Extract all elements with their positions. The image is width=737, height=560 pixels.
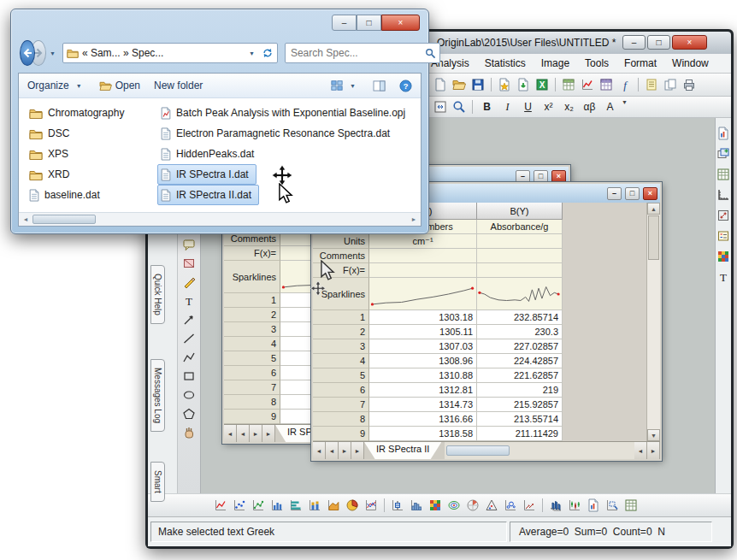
stacked-column-plot-button[interactable] [306,497,323,514]
horizontal-scrollbar[interactable]: ◄ ► [19,212,421,226]
first-sheet-icon[interactable]: ◄ [224,425,237,442]
zoom-tool-button[interactable] [451,98,468,115]
row-header[interactable]: 5 [224,351,280,366]
new-graph-button[interactable] [579,76,596,93]
organize-button[interactable]: Organize ▼ [27,80,85,91]
close-button[interactable]: × [643,187,657,200]
format-u-button[interactable]: U [518,99,538,115]
area-plot-button[interactable] [325,497,342,514]
next-sheet-icon[interactable]: ► [339,442,351,459]
row-header[interactable]: 1 [224,293,280,308]
add-text-button[interactable]: T [716,268,731,286]
list-item[interactable]: XPS [26,144,76,164]
cell[interactable]: 213.55714 [477,412,563,427]
3d-plot-button[interactable] [547,497,564,514]
preview-pane-button[interactable] [373,80,386,91]
minimize-button[interactable]: – [332,15,357,31]
address-bar[interactable]: « Sam... » Spec... ▼ [62,43,278,63]
zoom-plot-button[interactable] [604,497,621,514]
import-single-button[interactable] [515,76,532,93]
sparkline-cell[interactable] [369,278,477,310]
scroll-left-icon[interactable]: ◄ [634,442,647,459]
format-αβ-button[interactable]: αβ [580,99,599,115]
menu-window[interactable]: Window [664,56,716,71]
line-tool-button[interactable] [180,330,198,347]
new-folder-button[interactable]: New folder [154,80,203,91]
bubble-plot-button[interactable] [502,497,519,514]
cell[interactable]: cm⁻¹ [369,234,477,249]
menu-tools[interactable]: Tools [577,56,616,71]
vector-plot-button[interactable] [521,497,538,514]
scrollbar-thumb[interactable] [32,215,96,224]
row-header[interactable]: Comments [313,249,369,263]
open-button[interactable]: Open [99,80,140,91]
worksheet-front-tab[interactable]: IR SPectra II [364,442,441,459]
prev-sheet-icon[interactable]: ◄ [237,425,250,442]
row-header[interactable]: 6 [224,366,280,380]
row-header[interactable]: 5 [313,368,369,383]
cell[interactable]: 1316.66 [369,412,477,427]
excel-import-button[interactable]: X [534,76,551,93]
row-header[interactable]: 6 [313,383,369,398]
import-wizard-button[interactable] [496,76,513,93]
list-item[interactable]: Batch Peak Analysis with Exponential Bas… [157,103,413,123]
close-button[interactable]: × [551,170,566,183]
vertical-scrollbar[interactable]: ▲▼ [646,203,660,441]
cell[interactable] [477,234,563,249]
new-worksheet-button[interactable] [560,76,577,93]
address-dropdown-icon[interactable]: ▼ [249,50,255,56]
scroll-up-icon[interactable]: ▲ [647,203,660,215]
maximize-button[interactable]: □ [534,170,548,183]
recent-pages-dropdown[interactable]: ▼ [50,50,56,56]
row-header[interactable]: 9 [224,410,280,424]
cell[interactable]: 1303.18 [369,310,477,325]
cell[interactable] [477,249,563,263]
layer-arrange-button[interactable] [716,166,731,183]
cell[interactable]: 1305.11 [369,325,477,339]
row-header[interactable]: Sparklines [224,261,280,293]
line-plot-button[interactable] [212,497,229,514]
row-header[interactable]: 2 [224,308,280,322]
project-new-button[interactable] [432,76,449,93]
scatter-plot-button[interactable] [231,497,248,514]
cell[interactable]: 1310.88 [369,368,477,383]
scroll-right-icon[interactable]: ► [647,442,660,459]
list-item[interactable]: Chromatography [26,103,132,123]
worksheet-plot-button[interactable] [622,497,640,514]
row-header[interactable]: 7 [313,398,369,412]
column-plot-button[interactable] [268,497,286,514]
row-header[interactable]: F(x)= [313,263,369,278]
row-header[interactable]: 2 [313,325,369,339]
cell[interactable] [369,249,477,263]
next-sheet-icon[interactable]: ► [250,425,262,442]
box-plot-button[interactable] [389,497,406,514]
axis-dialog-button[interactable] [716,186,731,203]
help-button[interactable]: ? [399,80,412,92]
stock-plot-button[interactable] [566,497,583,514]
graph-template-button[interactable] [716,125,731,142]
cell[interactable]: 232.85714 [477,310,563,325]
close-button[interactable]: × [672,35,707,50]
format-a-button[interactable]: A [600,99,620,115]
text-tool-button[interactable]: T [180,292,198,309]
duplicate-button[interactable] [662,76,679,93]
row-header[interactable]: Sparklines [313,278,369,310]
cell[interactable]: Absorbance/g [477,220,563,234]
horizontal-scrollbar[interactable] [445,442,634,459]
cell[interactable]: 1314.73 [369,398,477,412]
sparkline-cell[interactable] [477,278,563,310]
menu-format[interactable]: Format [616,56,664,71]
row-header[interactable]: 8 [224,395,280,410]
add-layer-button[interactable] [716,145,731,162]
cell[interactable]: 211.11429 [477,427,563,441]
cell[interactable] [477,263,563,278]
new-notes-button[interactable] [643,76,660,93]
color-palette-button[interactable] [716,248,731,265]
first-sheet-icon[interactable]: ◄ [313,442,326,459]
list-item[interactable]: IR SPectra II.dat [157,185,259,205]
menu-image[interactable]: Image [534,56,577,71]
legend-button[interactable] [716,227,731,245]
row-header[interactable]: 3 [224,322,280,337]
row-header[interactable]: 1 [313,310,369,325]
maximize-button[interactable]: □ [625,187,640,200]
